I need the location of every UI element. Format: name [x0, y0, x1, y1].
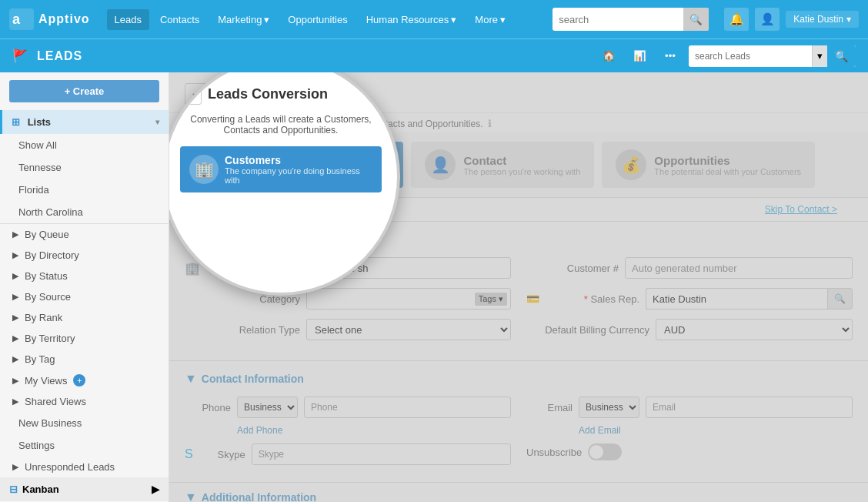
sidebar: + Create ⊞ Lists ▾ Show All Tennesse Flo… — [0, 72, 169, 502]
notifications-icon[interactable]: 🔔 — [724, 8, 749, 31]
top-icons: 🔔 👤 Katie Dustin ▾ — [724, 8, 859, 31]
kanban-arrow-icon: ▶ — [152, 484, 159, 495]
page-title: LEADS — [37, 49, 587, 63]
by-rank-group[interactable]: ▶ By Rank — [0, 307, 169, 328]
content-area: ← Leads Conversion Converting a Leads wi… — [169, 72, 868, 502]
kanban-icon: ⊟ — [9, 484, 18, 495]
leads-flag-icon: 🚩 — [12, 49, 28, 63]
leads-search-dropdown[interactable]: ▾ — [812, 45, 827, 67]
by-directory-group[interactable]: ▶ By Directory — [0, 245, 169, 266]
svg-text:a: a — [12, 12, 21, 27]
nav-more[interactable]: More ▾ — [467, 9, 513, 30]
global-search-input[interactable] — [553, 14, 683, 25]
zoom-customers-sub: The company you're doing business with — [225, 166, 372, 185]
shared-new-business[interactable]: New Business — [0, 412, 169, 434]
sidebar-item-show-all[interactable]: Show All — [0, 134, 169, 156]
zoom-back-button[interactable]: ← — [180, 83, 202, 105]
chart-icon[interactable]: 📊 — [627, 45, 652, 68]
leads-search-input[interactable] — [689, 51, 812, 62]
global-search: 🔍 — [553, 8, 709, 31]
zoom-cards: 🏢 Customers The company you're doing bus… — [180, 146, 382, 192]
main-layout: + Create ⊞ Lists ▾ Show All Tennesse Flo… — [0, 72, 868, 502]
by-source-expand-icon: ▶ — [12, 292, 18, 302]
global-search-button[interactable]: 🔍 — [683, 8, 709, 31]
nav-leads[interactable]: Leads — [107, 9, 149, 30]
nav-contacts[interactable]: Contacts — [152, 9, 207, 30]
nav-marketing[interactable]: Marketing ▾ — [210, 9, 277, 30]
nav-human-resources[interactable]: Human Resources ▾ — [359, 9, 465, 30]
logo-text: Apptivo — [38, 12, 90, 26]
by-territory-group[interactable]: ▶ By Territory — [0, 328, 169, 349]
zoom-title: Leads Conversion — [208, 86, 328, 102]
top-navigation: Leads Contacts Marketing ▾ Opportunities… — [107, 9, 544, 30]
zoom-customers-icon: 🏢 — [189, 155, 219, 184]
unresponded-expand-icon: ▶ — [12, 462, 18, 472]
sidebar-item-tennesse[interactable]: Tennesse — [0, 156, 169, 179]
leads-search-go[interactable]: 🔍 — [827, 45, 856, 67]
user-menu-button[interactable]: Katie Dustin ▾ — [786, 11, 859, 28]
by-directory-expand-icon: ▶ — [12, 250, 18, 260]
by-status-group[interactable]: ▶ By Status — [0, 266, 169, 286]
top-bar: a Apptivo Leads Contacts Marketing ▾ Opp… — [0, 0, 868, 38]
overlay-backdrop: ← Leads Conversion Converting a Leads wi… — [169, 72, 868, 502]
by-tag-group[interactable]: ▶ By Tag — [0, 349, 169, 370]
by-source-group[interactable]: ▶ By Source — [0, 286, 169, 307]
kanban-section[interactable]: ⊟ Kanban ▶ — [0, 477, 169, 501]
my-views-add-icon[interactable]: + — [73, 374, 85, 387]
lists-section-header[interactable]: ⊞ Lists ▾ — [0, 110, 169, 134]
zoom-subtitle: Converting a Leads will create a Custome… — [180, 114, 382, 136]
unresponded-leads-group[interactable]: ▶ Unresponded Leads — [0, 457, 169, 477]
by-queue-expand-icon: ▶ — [12, 229, 18, 239]
create-button[interactable]: + Create — [9, 80, 159, 102]
user-profile-icon[interactable]: 👤 — [755, 8, 780, 31]
sub-header: 🚩 LEADS 🏠 📊 ••• ▾ 🔍 — [0, 38, 868, 72]
sidebar-item-florida[interactable]: Florida — [0, 179, 169, 201]
lists-expand-icon: ▾ — [155, 118, 159, 126]
shared-views-expand-icon: ▶ — [12, 397, 18, 407]
app-logo[interactable]: a Apptivo — [9, 8, 90, 30]
shared-views-group[interactable]: ▶ Shared Views — [0, 391, 169, 412]
my-views-expand-icon: ▶ — [12, 376, 18, 386]
home-icon[interactable]: 🏠 — [596, 45, 621, 68]
by-tag-expand-icon: ▶ — [12, 354, 18, 364]
leads-search: ▾ 🔍 — [689, 45, 856, 67]
sub-header-actions: 🏠 📊 ••• ▾ 🔍 — [596, 45, 856, 68]
by-rank-expand-icon: ▶ — [12, 313, 18, 323]
by-territory-expand-icon: ▶ — [12, 333, 18, 343]
lists-section: ⊞ Lists ▾ Show All Tennesse Florida Nort… — [0, 110, 169, 224]
zoom-customers-title: Customers — [225, 154, 372, 166]
my-views-group[interactable]: ▶ My Views + — [0, 370, 169, 391]
zoom-inner: ← Leads Conversion Converting a Leads wi… — [169, 72, 397, 293]
circle-zoom: ← Leads Conversion Converting a Leads wi… — [169, 72, 400, 296]
sidebar-item-north-carolina[interactable]: North Carolina — [0, 201, 169, 223]
by-status-expand-icon: ▶ — [12, 271, 18, 281]
zoom-card-customers[interactable]: 🏢 Customers The company you're doing bus… — [180, 146, 382, 192]
by-queue-group[interactable]: ▶ By Queue — [0, 224, 169, 245]
zoom-title-row: ← Leads Conversion — [180, 83, 382, 105]
user-name: Katie Dustin — [793, 14, 843, 25]
more-options-icon[interactable]: ••• — [658, 45, 683, 68]
nav-opportunities[interactable]: Opportunities — [280, 9, 355, 30]
shared-settings[interactable]: Settings — [0, 434, 169, 457]
